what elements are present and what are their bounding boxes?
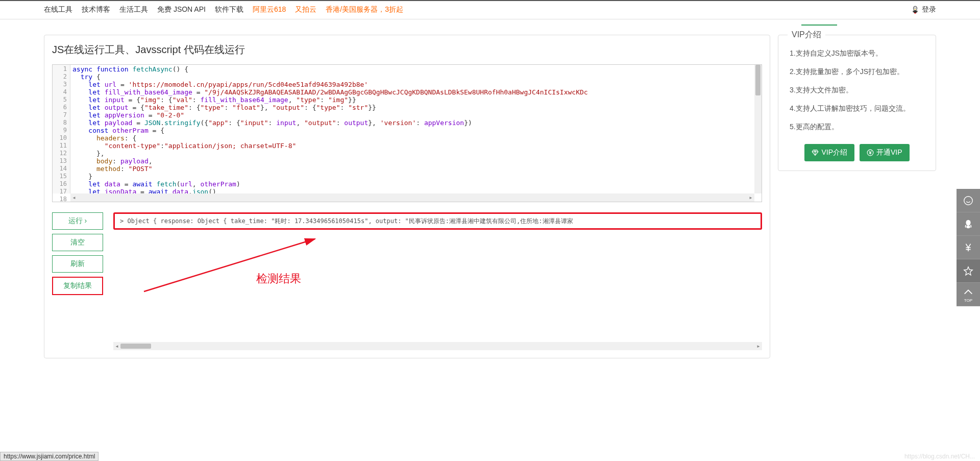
vip-intro-button[interactable]: VIP介绍 — [804, 144, 854, 161]
float-star-icon[interactable] — [957, 259, 980, 283]
login-link[interactable]: 登录 — [911, 5, 936, 14]
nav-link[interactable]: 在线工具 — [44, 5, 72, 14]
copy-result-button[interactable]: 复制结果 — [52, 277, 103, 295]
editor-scrollbar-vertical[interactable] — [754, 65, 762, 193]
vip-open-button[interactable]: 开通VIP — [860, 144, 910, 161]
nav-link[interactable]: 技术博客 — [82, 5, 110, 14]
nav-link-promo[interactable]: 阿里云618 — [253, 5, 286, 14]
nav-link[interactable]: 生活工具 — [119, 5, 148, 14]
main-panel: JS在线运行工具、Javsscript 代码在线运行 1234567891011… — [44, 35, 770, 358]
svg-point-5 — [914, 10, 917, 13]
sidebar: VIP介绍 1.支持自定义JS加密版本号。2.支持批量加密，多个JS打包加密。3… — [778, 35, 936, 358]
float-top-button[interactable]: TOP — [957, 283, 980, 306]
code-content[interactable]: async function fetchAsync() { try { let … — [70, 65, 762, 193]
login-text: 登录 — [922, 5, 936, 14]
nav-link[interactable]: 软件下载 — [215, 5, 243, 14]
svg-point-6 — [914, 12, 916, 13]
float-chat-icon[interactable] — [957, 189, 980, 212]
float-sidebar: TOP — [957, 189, 980, 306]
svg-point-2 — [914, 7, 915, 8]
qq-icon — [911, 5, 919, 14]
vip-features: 1.支持自定义JS加密版本号。2.支持批量加密，多个JS打包加密。3.支持大文件… — [790, 44, 924, 136]
vip-feature-item: 5.更高的配置。 — [790, 118, 924, 136]
svg-point-9 — [964, 196, 973, 205]
refresh-button[interactable]: 刷新 — [52, 255, 103, 273]
vip-title: VIP介绍 — [788, 30, 825, 40]
nav-link-promo[interactable]: 又拍云 — [295, 5, 316, 14]
float-qq-icon[interactable] — [957, 212, 980, 236]
vip-feature-item: 1.支持自定义JS加密版本号。 — [790, 44, 924, 63]
svg-point-11 — [966, 225, 970, 228]
vip-box: VIP介绍 1.支持自定义JS加密版本号。2.支持批量加密，多个JS打包加密。3… — [778, 35, 936, 171]
result-label: 检测结果 — [256, 271, 301, 286]
yen-icon — [867, 149, 874, 156]
svg-point-4 — [914, 9, 916, 9]
vip-feature-item: 4.支持人工讲解加密技巧，问题交流。 — [790, 100, 924, 118]
output-text: > Object { response: Object { take_time:… — [113, 212, 762, 230]
page-title: JS在线运行工具、Javsscript 代码在线运行 — [52, 43, 762, 57]
nav-link-promo[interactable]: 香港/美国服务器，3折起 — [326, 5, 403, 14]
svg-point-10 — [966, 220, 970, 225]
line-numbers: 123456789101112131415161718 — [53, 65, 70, 193]
code-editor[interactable]: 123456789101112131415161718 async functi… — [52, 64, 762, 202]
action-buttons: 运行 › 清空 刷新 复制结果 — [52, 212, 103, 350]
top-nav: 在线工具技术博客生活工具免费 JSON API软件下载阿里云618又拍云香港/美… — [0, 0, 980, 19]
nav-link[interactable]: 免费 JSON API — [157, 5, 206, 14]
editor-scrollbar-horizontal[interactable] — [70, 193, 754, 202]
svg-point-3 — [916, 7, 916, 8]
diamond-icon — [812, 149, 819, 156]
output-panel: > Object { response: Object { take_time:… — [113, 212, 762, 350]
vip-feature-item: 3.支持大文件加密。 — [790, 81, 924, 100]
vip-feature-item: 2.支持批量加密，多个JS打包加密。 — [790, 63, 924, 81]
float-yen-icon[interactable] — [957, 236, 980, 259]
clear-button[interactable]: 清空 — [52, 234, 103, 251]
output-scrollbar[interactable] — [113, 342, 762, 350]
run-button[interactable]: 运行 › — [52, 212, 103, 230]
